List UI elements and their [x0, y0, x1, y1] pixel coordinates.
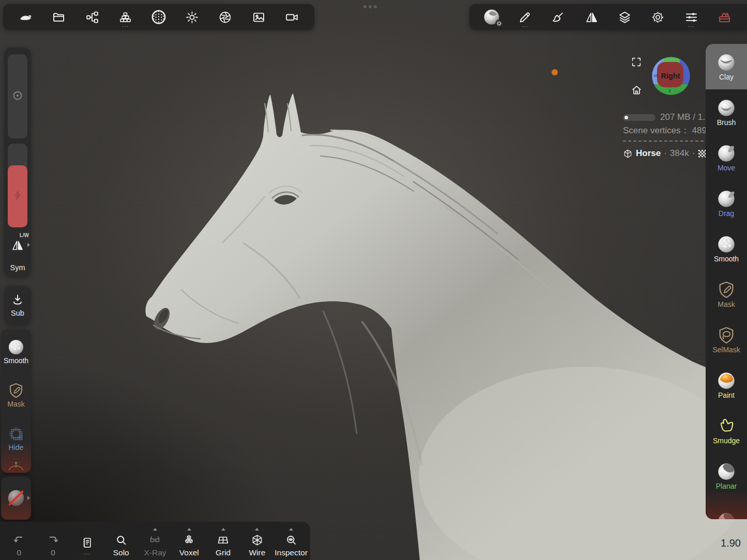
inspector-icon [285, 534, 298, 547]
tool-label: Brush [717, 119, 736, 126]
tool-smudge[interactable]: Smudge [706, 408, 747, 453]
files-button[interactable] [48, 6, 70, 28]
quick-tool-hide[interactable]: Hide [1, 416, 31, 460]
material-button[interactable]: ··· [115, 6, 136, 28]
tool-label: Smooth [714, 255, 739, 262]
xray-button[interactable]: X-Ray [139, 525, 171, 557]
tool-flatten[interactable] [706, 499, 747, 519]
tool-label: Clay [719, 73, 734, 81]
long-press-caret-icon [255, 526, 259, 531]
matcap-material-button[interactable] [481, 6, 502, 28]
gear-icon [651, 10, 665, 24]
tool-label: SelMask [712, 346, 740, 353]
tool-label: Smudge [713, 437, 740, 444]
voxel-button[interactable]: Voxel [173, 525, 205, 557]
long-press-caret-icon [187, 526, 191, 531]
layers-button[interactable] [614, 6, 636, 28]
undo-button[interactable]: 0 [3, 525, 35, 557]
symmetry-mode-label: L/W [20, 232, 29, 238]
object-vertex-count: 384k [670, 148, 689, 159]
scene-vertices: Scene vertices：489k [623, 125, 711, 136]
selmask-shield-icon [716, 325, 736, 345]
background-image-button[interactable] [248, 6, 269, 28]
lighting-button[interactable] [181, 6, 203, 28]
smudge-finger-icon [716, 416, 736, 436]
subdivide-button[interactable]: Sub [4, 286, 31, 325]
settings-button[interactable] [647, 6, 669, 28]
no-material-button[interactable] [1, 476, 31, 520]
quick-tool-smooth[interactable]: Smooth [1, 330, 31, 373]
redo-button[interactable]: 0 [37, 525, 69, 557]
tool-label: Move [718, 164, 735, 172]
symmetry-button[interactable] [581, 6, 602, 28]
tool-paint[interactable]: Paint [706, 362, 747, 408]
postprocess-button[interactable] [215, 6, 236, 28]
radius-slider[interactable] [8, 54, 27, 138]
inspector-button[interactable]: Inspector [275, 525, 307, 557]
tool-label: Mask [718, 301, 735, 308]
painting-button[interactable] [547, 6, 569, 28]
tool-label: Hide [9, 444, 24, 451]
app-window: ··· ······ Right nt ε 207 MB / 1.5 Scene [0, 0, 747, 560]
redo-label: 0 [51, 548, 55, 557]
app-menu-button[interactable] [14, 6, 36, 28]
tool-move[interactable]: Move [706, 135, 747, 180]
tool-smooth[interactable]: Smooth [706, 226, 747, 271]
redo-icon [47, 534, 59, 547]
gear-badge-icon [495, 19, 504, 28]
quick-tool-mask[interactable]: Mask [1, 373, 31, 416]
memory-text: 207 MB / 1.5 [660, 113, 706, 122]
move-sphere-icon [716, 144, 736, 163]
grid-label: Grid [216, 548, 231, 557]
notes-icon [81, 536, 94, 549]
tool-selmask[interactable]: SelMask [706, 317, 747, 362]
undo-label: 0 [17, 548, 21, 557]
object-name: Horse [636, 148, 661, 159]
tool-drag[interactable]: Drag [706, 180, 747, 226]
toolbar-left: ··· [3, 4, 314, 30]
inspector-label: Inspector [275, 548, 308, 557]
subdivide-label: Sub [11, 309, 24, 317]
fullscreen-icon[interactable] [631, 56, 642, 68]
grid-button[interactable]: Grid [207, 525, 239, 557]
no-material-sphere-icon [6, 488, 26, 508]
zoom-level: 1.90 [721, 537, 741, 549]
home-icon[interactable] [631, 84, 643, 96]
memory-status: 207 MB / 1.5 [623, 113, 706, 122]
more-options-indicator: ··· [522, 24, 528, 29]
gizmo-icon[interactable] [1, 460, 31, 473]
wire-sphere-icon [623, 149, 633, 159]
camera-button[interactable] [281, 6, 303, 28]
stroke-sliders-panel: L/W Sym [4, 48, 31, 277]
stroke-button[interactable]: ··· [514, 6, 536, 28]
tool-mask[interactable]: Mask [706, 271, 747, 317]
tool-label: Smooth [4, 357, 28, 364]
subdivide-icon [11, 293, 24, 308]
solo-button[interactable]: Solo [105, 525, 137, 557]
tool-planar[interactable]: Planar [706, 453, 747, 499]
clay-sphere-icon [716, 53, 736, 72]
view-toolbar: 00···SoloX-RayVoxelGridWireInspector [0, 522, 310, 560]
symmetry-icon [585, 10, 599, 24]
symmetry-toggle[interactable]: L/W Sym [4, 234, 31, 275]
intensity-slider[interactable] [8, 144, 27, 227]
orientation-ball[interactable]: Right nt ε [651, 56, 691, 96]
wire-button[interactable]: Wire [241, 525, 273, 557]
adjustments-button[interactable]: ··· [680, 6, 702, 28]
toolbox-button[interactable] [714, 6, 736, 28]
long-press-caret-icon [153, 526, 157, 531]
long-press-caret-icon [221, 526, 225, 531]
scene-graph-button[interactable] [81, 6, 103, 28]
paint-sphere-icon [716, 371, 736, 391]
symmetry-icon [11, 239, 24, 254]
folder-icon [52, 10, 66, 24]
object-row[interactable]: Horse · 384k · [623, 148, 706, 159]
nomad-logo-icon [19, 10, 33, 24]
divider [623, 141, 704, 142]
notes-button[interactable]: ··· [71, 525, 103, 557]
dot-separator: · [692, 148, 695, 159]
material-stack-icon [118, 10, 132, 24]
environment-button[interactable] [148, 6, 170, 28]
tool-clay[interactable]: Clay [706, 44, 747, 89]
tool-brush[interactable]: Brush [706, 89, 747, 135]
